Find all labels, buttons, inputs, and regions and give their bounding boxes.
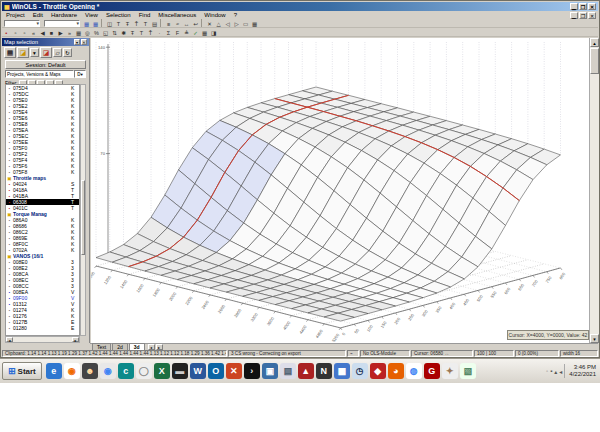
toolbar-icon[interactable]: ✱ [119,28,128,36]
toolbar-icon[interactable]: △ [214,19,223,27]
toolbar-icon[interactable]: ↔ [182,19,191,27]
ie-icon[interactable]: e [46,363,62,379]
close-icon[interactable]: ✕ [81,39,87,45]
avatar-icon[interactable]: ☻ [82,363,98,379]
ruby-icon[interactable]: ◆ [370,363,386,379]
browser-orange-icon[interactable]: ◉ [64,363,80,379]
close-icon[interactable]: ✕ [588,3,596,10]
toolbar-icon[interactable]: ▷ [232,19,241,27]
3d-map-view[interactable]: 1407010001200140016001800200022002400260… [91,38,589,343]
tray-icon[interactable]: ◦ [546,368,548,374]
folder-icon[interactable]: ▣ [262,363,278,379]
view-select-suffix-dropdown[interactable]: D▾ [74,70,86,78]
toolbar-icon[interactable]: Ť [146,28,155,36]
mdi-minimize-icon[interactable]: ▁ [570,12,578,19]
tray-icon[interactable]: ▴ [554,368,557,375]
dropdown-arrow-icon[interactable]: ▾ [30,48,39,57]
notes-icon[interactable]: N [316,363,332,379]
toolbar-icon[interactable]: ▦ [82,19,91,27]
doc-icon[interactable]: ▤ [280,363,296,379]
toolbar-icon[interactable]: ▦ [74,28,83,36]
menu-item-[interactable]: ? [230,12,241,18]
outlook-icon[interactable]: O [208,363,224,379]
save-icon[interactable]: ▦ [4,47,16,58]
scroll-down-icon[interactable]: ▾ [590,334,599,343]
view-combo[interactable] [44,20,80,27]
black-box-icon[interactable]: ▬ [172,363,188,379]
toolbar-icon[interactable]: ◁ [223,19,232,27]
minimize-icon[interactable]: ▁ [570,3,578,10]
terminal-icon[interactable]: › [244,363,260,379]
toolbar-icon[interactable]: F [173,28,182,36]
toolbar-icon[interactable]: ▦ [200,28,209,36]
mdi-restore-icon[interactable]: ❐ [579,12,587,19]
menu-item-hardware[interactable]: Hardware [47,12,81,18]
toolbar-icon[interactable]: ▫ [20,28,29,36]
menu-item-window[interactable]: Window [200,12,229,18]
toolbar-icon[interactable]: ▶ [56,28,65,36]
menu-item-view[interactable]: View [81,12,102,18]
firefox-icon[interactable]: ◕ [388,363,404,379]
map-row[interactable]: ▪01280E [6,325,79,331]
toolbar-icon[interactable]: ↩ [191,19,200,27]
toolbar-icon[interactable]: T [137,28,146,36]
toolbar-icon[interactable]: % [92,28,101,36]
toolbar-icon[interactable]: ■ [47,28,56,36]
pin-icon[interactable]: ▾ [74,39,80,45]
toolbar-icon[interactable]: ◱ [101,28,110,36]
taskbar-clock[interactable]: 3:46 PM 4/22/2021 [564,364,596,378]
scroll-left-icon[interactable]: ◂ [6,337,13,342]
menu-item-miscellaneous[interactable]: Miscellaneous [154,12,200,18]
toolbar-icon[interactable]: ≜ [182,28,191,36]
view-select-dropdown[interactable]: Projects, Versions & Maps [5,70,74,78]
list-vertical-scrollbar[interactable] [80,84,86,336]
excel-icon[interactable]: X [154,363,170,379]
toolbar-icon[interactable]: ≡ [164,19,173,27]
toolbar-icon[interactable]: ⇅ [110,28,119,36]
toolbar-icon[interactable]: T [114,19,123,27]
toolbar-icon[interactable]: ≈ [173,19,182,27]
menu-item-edit[interactable]: Edit [29,12,47,18]
circle-gray-icon[interactable]: ◯ [136,363,152,379]
properties-icon[interactable]: ▱ [53,48,62,57]
session-button[interactable]: Session: Default [5,60,86,69]
toolbar-icon[interactable]: » [65,28,74,36]
edge-icon[interactable]: c [118,363,134,379]
toolbar-icon[interactable]: ▦ [250,19,259,27]
list-horizontal-scrollbar[interactable]: ◂ ▸ [5,336,80,343]
scrollbar-thumb[interactable] [81,180,85,255]
open-folder-icon[interactable]: ◪ [17,47,29,58]
toolbar-icon[interactable]: · [155,28,164,36]
tab-text[interactable]: Text [92,343,111,350]
tray-icon[interactable]: ▪ [550,368,552,374]
scroll-right-icon[interactable]: ▸ [72,337,79,342]
chrome-ring-icon[interactable]: ◍ [406,363,422,379]
toolbar-icon[interactable]: Σ [164,28,173,36]
start-button[interactable]: ⊞ Start [2,362,42,380]
toolbar-icon[interactable]: « [29,28,38,36]
toolbar-icon[interactable]: ◫ [105,19,114,27]
toolbar-icon[interactable]: Ť [132,19,141,27]
maximize-icon[interactable]: ❐ [579,3,587,10]
menu-item-selection[interactable]: Selection [102,12,135,18]
toolbar-icon[interactable]: ▦ [91,19,100,27]
photo-icon[interactable]: ▦ [334,363,350,379]
tab-2d[interactable]: 2d [112,343,128,350]
chrome-icon[interactable]: ◉ [100,363,116,379]
toolbar-icon[interactable]: ▪ [2,28,11,36]
word-icon[interactable]: W [190,363,206,379]
menu-item-project[interactable]: Project [2,12,29,18]
wrench-icon[interactable]: ✦ [442,363,458,379]
toolbar-icon[interactable]: Ŧ [123,19,132,27]
tool-red-icon[interactable]: ▲ [298,363,314,379]
toolbar-icon[interactable]: ◀ [38,28,47,36]
mdi-close-icon[interactable]: ✕ [588,12,596,19]
toolbar-icon[interactable]: ▭ [241,19,250,27]
refresh-icon[interactable]: ↻ [63,48,72,57]
scrollbar-thumb[interactable] [590,48,599,74]
panel-titlebar[interactable]: Map selection ▾ ✕ [2,38,89,46]
scroll-up-icon[interactable]: ▴ [590,38,599,47]
3d-surface-plot[interactable]: 1407010001200140016001800200022002400260… [91,38,589,345]
tray-icon[interactable]: ◂ [559,368,562,375]
toolbar-icon[interactable]: Ŧ [128,28,137,36]
